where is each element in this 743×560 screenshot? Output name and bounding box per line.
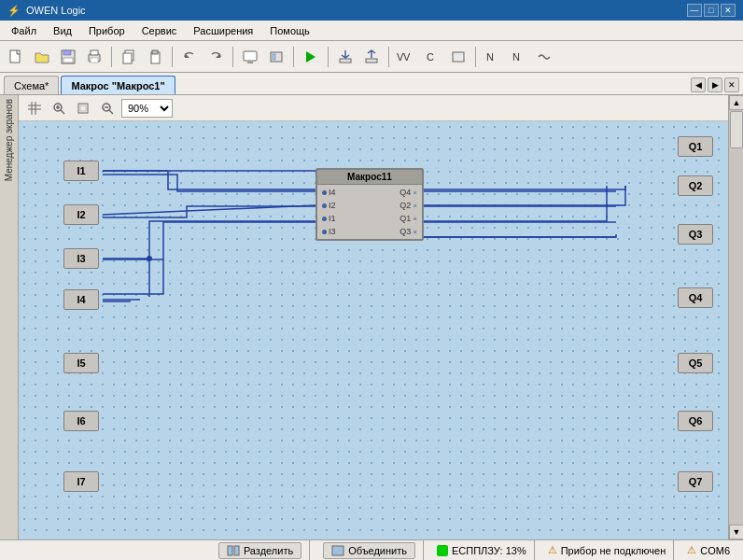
zoom-select[interactable]: 50% 75% 90% 100% 125% 150% 200% [121, 99, 173, 118]
maximize-button[interactable]: □ [704, 4, 719, 17]
save-button[interactable] [56, 45, 80, 69]
tab-schema[interactable]: Схема* [4, 76, 59, 94]
macro-input-I4[interactable]: I4 [319, 187, 339, 198]
n-btn2[interactable]: N [507, 45, 531, 69]
sep7 [475, 47, 476, 67]
svg-text:V: V [403, 51, 411, 63]
output-Q2[interactable]: Q2 [678, 175, 713, 196]
print-button[interactable] [82, 45, 106, 69]
status-eeprom-segment: ЕСППЛЗУ: 13% [429, 540, 535, 560]
toolbar: VV C N N [0, 41, 743, 73]
svg-rect-10 [152, 50, 158, 54]
input-I3[interactable]: I3 [63, 248, 99, 269]
output-Q7[interactable]: Q7 [678, 471, 713, 492]
macro-output-Q4[interactable]: Q4× [397, 187, 420, 198]
paste-button[interactable] [143, 45, 167, 69]
device-warning-icon: ⚠ [548, 544, 557, 556]
download-button[interactable] [333, 45, 357, 69]
tab-close-button[interactable]: ✕ [724, 77, 739, 92]
zoom-in-canvas-button[interactable] [49, 98, 69, 119]
sep2 [172, 47, 173, 67]
macro-output-Q3[interactable]: Q3× [397, 226, 420, 237]
wave-button[interactable] [533, 45, 557, 69]
undo-button[interactable] [177, 45, 202, 69]
close-button[interactable]: ✕ [721, 4, 736, 17]
input-I4[interactable]: I4 [63, 289, 99, 310]
copy-button[interactable] [117, 45, 141, 69]
device-button[interactable] [264, 45, 288, 69]
canvas[interactable]: I1 I2 I3 I4 I5 I6 I7 Q1 Q2 Q3 Q4 Q5 Q6 Q… [19, 121, 728, 539]
latch-c-button[interactable]: C [420, 45, 444, 69]
grid-toggle-button[interactable] [24, 98, 45, 119]
svg-rect-18 [340, 59, 351, 63]
svg-rect-19 [366, 59, 377, 63]
block-button[interactable] [446, 45, 470, 69]
macro-input-I1[interactable]: I1 [319, 213, 339, 224]
macro-output-Q2[interactable]: Q2× [397, 200, 420, 211]
fit-canvas-button[interactable] [73, 98, 93, 119]
minimize-button[interactable]: — [687, 4, 702, 17]
status-merge-segment: Объединить [315, 540, 424, 560]
scroll-thumb[interactable] [730, 111, 743, 148]
menu-item-файл[interactable]: Файл [4, 23, 44, 38]
tab-next-button[interactable]: ▶ [708, 77, 722, 92]
macro-input-I3[interactable]: I3 [319, 226, 339, 237]
input-I2[interactable]: I2 [63, 204, 99, 225]
macro-input-I2[interactable]: I2 [319, 200, 339, 211]
menu-item-прибор[interactable]: Прибор [81, 23, 133, 38]
output-Q1[interactable]: Q1 [678, 136, 713, 157]
input-I5[interactable]: I5 [63, 353, 99, 373]
canvas-wrapper: 50% 75% 90% 100% 125% 150% 200% [19, 95, 728, 539]
window-controls: — □ ✕ [687, 4, 736, 17]
svg-text:N: N [512, 51, 520, 63]
scroll-up-button[interactable]: ▲ [729, 95, 743, 110]
monitor-button[interactable] [238, 45, 262, 69]
upload-button[interactable] [359, 45, 384, 69]
latch-v-button[interactable]: VV [394, 45, 418, 69]
split-button[interactable]: Разделить [218, 542, 301, 559]
svg-line-33 [61, 110, 64, 114]
input-I7[interactable]: I7 [63, 471, 99, 492]
input-I6[interactable]: I6 [63, 411, 99, 431]
scroll-track[interactable] [729, 110, 743, 525]
n-btn1[interactable]: N [481, 45, 505, 69]
merge-button[interactable]: Объединить [323, 542, 415, 559]
svg-text:N: N [486, 51, 494, 63]
scroll-down-button[interactable]: ▼ [729, 525, 743, 539]
output-Q6[interactable]: Q6 [678, 411, 713, 431]
macro-block[interactable]: Макрос11 I4 I2 I1 I3 Q4× Q2× Q1× Q3× [315, 168, 424, 241]
open-button[interactable] [30, 45, 54, 69]
svg-rect-5 [91, 50, 98, 55]
tab-controls: ◀ ▶ ✕ [691, 77, 739, 92]
svg-rect-34 [78, 104, 88, 113]
menu-item-сервис[interactable]: Сервис [134, 23, 185, 38]
new-button[interactable] [4, 45, 28, 69]
tab-prev-button[interactable]: ◀ [691, 77, 706, 92]
status-com-segment: ⚠ COM6 [680, 540, 737, 560]
run-button[interactable] [299, 45, 323, 69]
canvas-toolbar: 50% 75% 90% 100% 125% 150% 200% [19, 95, 728, 121]
menu-item-помощь[interactable]: Помощь [262, 23, 317, 38]
output-Q5[interactable]: Q5 [678, 353, 713, 373]
statusbar: Разделить Объединить ЕСППЛЗУ: 13% ⚠ Приб… [0, 539, 743, 560]
output-Q3[interactable]: Q3 [678, 224, 713, 245]
svg-rect-6 [91, 58, 98, 63]
svg-rect-35 [80, 105, 86, 111]
svg-rect-14 [247, 62, 253, 63]
svg-text:C: C [427, 51, 434, 63]
menu-item-вид[interactable]: Вид [46, 23, 79, 38]
output-Q4[interactable]: Q4 [678, 287, 713, 308]
sidebar-label: Менеджер экранов [2, 95, 16, 185]
svg-rect-16 [273, 54, 275, 60]
status-split-segment: Разделить [211, 540, 310, 560]
macro-output-Q1[interactable]: Q1× [397, 213, 420, 224]
svg-marker-17 [306, 51, 315, 63]
tab-macro[interactable]: Макрос "Макрос1" [61, 76, 175, 94]
menubar: ФайлВидПриборСервисРасширенияПомощь [0, 21, 743, 41]
input-I1[interactable]: I1 [63, 161, 99, 181]
redo-button[interactable] [203, 45, 228, 69]
macro-body: I4 I2 I1 I3 Q4× Q2× Q1× Q3× [317, 185, 422, 239]
scrollbar-right[interactable]: ▲ ▼ [728, 95, 743, 539]
menu-item-расширения[interactable]: Расширения [186, 23, 260, 38]
zoom-out-canvas-button[interactable] [97, 98, 118, 119]
